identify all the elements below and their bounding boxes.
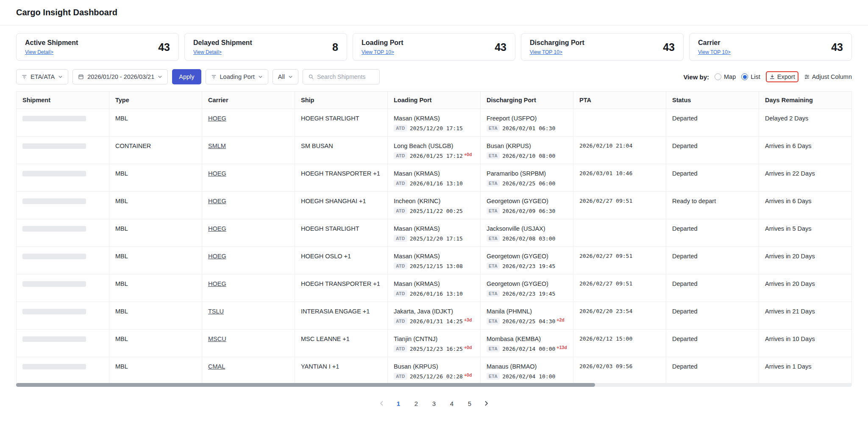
carrier-cell: SMLM — [202, 137, 295, 164]
loading-port-cell: Incheon (KRINC) ATD2025/11/22 00:25 — [388, 192, 481, 219]
shipment-cell — [17, 192, 109, 219]
loading-port-name: Incheon (KRINC) — [394, 198, 474, 204]
status-cell: Departed — [666, 274, 759, 302]
pagination: 12345 — [0, 396, 868, 411]
view-top10-link[interactable]: View TOP 10> — [362, 49, 394, 55]
discharging-port-cell: Jacksonville (USJAX) ETA2026/02/08 03:00 — [481, 219, 573, 247]
pta-cell: 2026/02/27 09:51 — [573, 247, 666, 274]
table-row[interactable]: MBL CMAL YANTIAN I +1 Busan (KRPUS) ATD2… — [17, 357, 852, 385]
shipment-cell — [17, 302, 109, 330]
eta-badge: ETA — [487, 263, 500, 269]
eta-badge: ETA — [487, 125, 500, 131]
carrier-link[interactable]: MSCU — [208, 336, 226, 342]
discharging-port-cell: Mombasa (KEMBA) ETA2026/02/14 00:00+13d — [481, 330, 573, 357]
radio-unchecked-icon — [715, 73, 721, 80]
table-row[interactable]: MBL HOEG HOEGH STARLIGHT Masan (KRMAS) A… — [17, 109, 852, 137]
carrier-cell: HOEG — [202, 164, 295, 192]
status-cell: Departed — [666, 247, 759, 274]
pta-cell: 2026/02/20 23:54 — [573, 302, 666, 330]
loading-port-cell: Tianjin (CNTNJ) ATD2025/12/23 16:25+0d — [388, 330, 481, 357]
previous-page-button[interactable] — [375, 396, 388, 411]
carrier-link[interactable]: HOEG — [208, 170, 226, 177]
discharging-port-cell: Georgetown (GYGEO) ETA2026/02/23 19:45 — [481, 247, 573, 274]
table-row[interactable]: MBL HOEG HOEGH OSLO +1 Masan (KRMAS) ATD… — [17, 247, 852, 274]
eta-badge: ETA — [487, 345, 500, 352]
apply-button[interactable]: Apply — [172, 69, 201, 84]
column-header-type: Type — [109, 92, 202, 109]
calendar-icon — [78, 74, 84, 80]
carrier-link[interactable]: CMAL — [208, 363, 225, 370]
list-radio[interactable]: List — [741, 73, 760, 80]
card-active-shipment: Active Shipment View Detail> 43 — [16, 33, 179, 61]
loading-datetime: 2025/12/23 16:25 — [410, 346, 463, 352]
type-cell: MBL — [109, 164, 202, 192]
type-cell: MBL — [109, 192, 202, 219]
export-button[interactable]: Export — [769, 73, 795, 80]
view-top10-link[interactable]: View TOP 10> — [698, 49, 731, 55]
carrier-link[interactable]: HOEG — [208, 225, 226, 232]
atd-badge: ATD — [394, 318, 407, 324]
table-row[interactable]: MBL MSCU MSC LEANNE +1 Tianjin (CNTNJ) A… — [17, 330, 852, 357]
table-row[interactable]: MBL HOEG HOEGH SHANGHAI +1 Incheon (KRIN… — [17, 192, 852, 219]
ship-cell: MSC LEANNE +1 — [295, 330, 388, 357]
view-detail-link[interactable]: View Detail> — [193, 49, 222, 55]
map-radio[interactable]: Map — [715, 73, 736, 80]
discharging-port-cell: Freeport (USFPO) ETA2026/02/01 06:30 — [481, 109, 573, 137]
carrier-link[interactable]: TSLU — [208, 308, 224, 315]
date-range-picker[interactable]: 2026/01/20 - 2026/03/21 — [72, 69, 168, 84]
discharging-port-cell: Busan (KRPUS) ETA2026/02/10 08:00 — [481, 137, 573, 164]
status-cell: Departed — [666, 302, 759, 330]
loading-port-cell: Masan (KRMAS) ATD2026/01/16 13:10 — [388, 164, 481, 192]
carrier-link[interactable]: HOEG — [208, 115, 226, 122]
shipment-cell — [17, 164, 109, 192]
table-row[interactable]: MBL HOEG HOEGH TRANSPORTER +1 Masan (KRM… — [17, 164, 852, 192]
type-cell: MBL — [109, 302, 202, 330]
shipment-placeholder — [22, 281, 86, 287]
search-input[interactable] — [317, 73, 374, 80]
loading-port-cell: Masan (KRMAS) ATD2025/12/20 17:15 — [388, 219, 481, 247]
status-cell: Departed — [666, 164, 759, 192]
next-page-button[interactable] — [480, 396, 493, 411]
adjust-column-button[interactable]: Adjust Column — [804, 73, 852, 80]
carrier-link[interactable]: SMLM — [208, 143, 226, 149]
search-box[interactable] — [303, 69, 380, 84]
shipment-cell — [17, 109, 109, 137]
pta-cell — [573, 109, 666, 137]
carrier-link[interactable]: HOEG — [208, 280, 226, 287]
loading-delay: +0d — [464, 345, 472, 350]
status-cell: Departed — [666, 219, 759, 247]
chevron-down-icon — [258, 75, 263, 78]
discharging-datetime: 2026/02/09 06:30 — [502, 208, 555, 214]
table-row[interactable]: MBL HOEG HOEGH TRANSPORTER +1 Masan (KRM… — [17, 274, 852, 302]
page-button-1[interactable]: 1 — [391, 396, 406, 411]
view-detail-link[interactable]: View Detail> — [25, 49, 53, 55]
page-button-5[interactable]: 5 — [462, 396, 477, 411]
shipment-placeholder — [22, 336, 86, 342]
page-button-2[interactable]: 2 — [409, 396, 423, 411]
page-title: Cargo Insight Dashboard — [16, 8, 117, 17]
pta-cell: 2026/02/27 09:51 — [573, 192, 666, 219]
atd-badge: ATD — [394, 235, 407, 242]
page-button-3[interactable]: 3 — [427, 396, 441, 411]
table-row[interactable]: MBL TSLU INTERASIA ENGAGE +1 Jakarta, Ja… — [17, 302, 852, 330]
shipment-cell — [17, 137, 109, 164]
eta-ata-dropdown[interactable]: ETA/ATA — [16, 69, 68, 84]
chevron-down-icon — [288, 75, 293, 78]
carrier-link[interactable]: HOEG — [208, 198, 226, 204]
page-button-4[interactable]: 4 — [445, 396, 459, 411]
loading-port-cell: Jakarta, Java (IDJKT) ATD2026/01/31 14:2… — [388, 302, 481, 330]
view-top10-link[interactable]: View TOP 10> — [530, 49, 562, 55]
shipment-placeholder — [22, 171, 86, 176]
eta-badge: ETA — [487, 235, 500, 242]
loading-port-dropdown[interactable]: Loading Port — [206, 69, 268, 84]
carrier-link[interactable]: HOEG — [208, 253, 226, 260]
horizontal-scrollbar-track[interactable] — [16, 383, 852, 387]
table-row[interactable]: MBL HOEG HOEGH STARLIGHT Masan (KRMAS) A… — [17, 219, 852, 247]
horizontal-scrollbar-thumb[interactable] — [16, 383, 595, 387]
loading-port-cell: Busan (KRPUS) ATD2025/12/26 02:28+0d — [388, 357, 481, 385]
shipments-table-wrap: Shipment Type Carrier Ship Loading Port … — [16, 91, 852, 385]
all-dropdown[interactable]: All — [273, 69, 298, 84]
table-row[interactable]: CONTAINER SMLM SM BUSAN Long Beach (USLG… — [17, 137, 852, 164]
days-remaining-cell: Arrives in 1 Days — [759, 357, 852, 385]
page-header: Cargo Insight Dashboard — [0, 0, 868, 25]
